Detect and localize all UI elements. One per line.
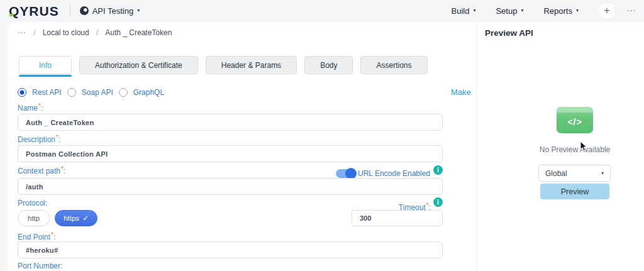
more-menu-button[interactable]: ⋯ <box>626 5 636 16</box>
info-icon[interactable]: i <box>433 197 443 207</box>
chevron-down-icon: ▾ <box>137 8 140 13</box>
radio-graphql[interactable] <box>119 88 128 97</box>
preview-button[interactable]: Preview <box>540 184 609 199</box>
endpoint-input[interactable] <box>18 241 443 258</box>
breadcrumb-separator: / <box>96 28 99 37</box>
api-testing-icon <box>80 6 89 15</box>
label-colon: : <box>64 167 65 175</box>
radio-rest-api-label: Rest API <box>32 88 62 97</box>
tab-info[interactable]: Info <box>19 56 72 74</box>
code-preview-icon: </> <box>557 107 593 133</box>
code-glyph: </> <box>567 117 582 127</box>
chevron-down-icon: ▾ <box>576 8 579 13</box>
label-colon: : <box>53 233 55 241</box>
preview-panel: Preview API </> No Preview Available Glo… <box>476 22 644 271</box>
context-path-label: Context path*: <box>18 165 65 175</box>
info-icon[interactable]: i <box>433 165 443 175</box>
nav-reports[interactable]: Reports ▾ <box>543 6 579 16</box>
scope-select[interactable]: Global ▾ <box>538 165 611 182</box>
add-button[interactable]: + <box>599 3 615 19</box>
content-card: ⋯ / Local to cloud / Auth _ CreateToken … <box>8 22 644 271</box>
tab-body[interactable]: Body <box>304 56 353 74</box>
description-label: Description*: <box>18 134 60 144</box>
plus-icon: + <box>604 5 609 16</box>
endpoint-label-text: End Point <box>18 233 50 241</box>
protocol-https-label: https <box>64 214 79 222</box>
radio-rest-api[interactable] <box>18 88 26 97</box>
topbar: QYRUS API Testing ▾ Build ▾ Setup ▾ Repo… <box>0 0 644 21</box>
api-form-area: ⋯ / Local to cloud / Auth _ CreateToken … <box>8 22 476 271</box>
chevron-down-icon: ▾ <box>601 171 604 176</box>
nav-build[interactable]: Build ▾ <box>452 6 476 16</box>
protocol-pill-group: http https ✓ <box>18 210 97 226</box>
topbar-nav: Build ▾ Setup ▾ Reports ▾ + ⋯ <box>452 3 636 19</box>
radio-soap-api[interactable] <box>67 88 76 97</box>
port-number-label: Port Number: <box>18 262 62 270</box>
topbar-divider <box>70 5 70 16</box>
chevron-down-icon: ▾ <box>521 8 523 13</box>
url-encode-toggle[interactable] <box>336 169 355 178</box>
timeout-input[interactable] <box>352 210 443 226</box>
protocol-label-text: Protocol <box>18 199 45 207</box>
toggle-knob <box>345 168 357 179</box>
port-number-label-text: Port Number <box>18 262 60 270</box>
api-type-radio-group: Rest API Soap API GraphQL <box>18 88 164 97</box>
breadcrumb-item-collection[interactable]: Local to cloud <box>43 28 89 37</box>
app-switcher[interactable]: API Testing ▾ <box>80 6 140 16</box>
qyrus-api-testing-page: { "topbar": { "logo": "QYRUS", "app_swit… <box>0 0 644 271</box>
make-link-truncated[interactable]: Make <box>451 87 477 97</box>
preview-panel-title: Preview API <box>485 28 533 38</box>
tab-assertions[interactable]: Assertions <box>360 56 427 74</box>
mouse-cursor-icon <box>580 141 589 152</box>
scope-select-value: Global <box>545 169 567 178</box>
nav-setup[interactable]: Setup ▾ <box>496 6 523 16</box>
endpoint-label: End Point*: <box>18 231 55 241</box>
name-input[interactable] <box>18 114 443 131</box>
tab-header-params[interactable]: Header & Params <box>206 56 297 74</box>
protocol-label: Protocol: <box>18 199 47 207</box>
no-preview-text: No Preview Available <box>513 145 636 154</box>
breadcrumb: ⋯ / Local to cloud / Auth _ CreateToken <box>18 28 172 37</box>
tab-authorization-certificate[interactable]: Authorization & Certificate <box>79 56 198 74</box>
name-label: Name*: <box>18 102 43 113</box>
url-encode-label: URL Encode Enabled <box>358 169 430 178</box>
radio-graphql-label: GraphQL <box>133 88 164 97</box>
label-colon: : <box>41 104 43 113</box>
label-colon: : <box>45 199 47 207</box>
description-label-text: Description <box>18 135 55 144</box>
radio-soap-api-label: Soap API <box>82 88 113 97</box>
label-colon: : <box>58 135 60 144</box>
description-input[interactable] <box>18 145 443 162</box>
label-colon: : <box>60 262 62 270</box>
protocol-https-pill[interactable]: https ✓ <box>55 210 97 226</box>
context-path-input[interactable] <box>18 178 443 195</box>
protocol-http-pill[interactable]: http <box>18 210 50 226</box>
breadcrumb-separator: / <box>33 28 36 37</box>
app-switcher-label: API Testing <box>92 6 134 16</box>
nav-build-label: Build <box>452 6 470 16</box>
context-path-label-text: Context path <box>18 167 60 175</box>
breadcrumb-item-api[interactable]: Auth _ CreateToken <box>105 28 172 37</box>
chevron-down-icon: ▾ <box>473 8 475 13</box>
breadcrumb-ellipsis[interactable]: ⋯ <box>18 28 26 37</box>
qyrus-logo[interactable]: QYRUS <box>9 4 59 18</box>
nav-setup-label: Setup <box>496 6 517 16</box>
more-icon: ⋯ <box>626 5 636 16</box>
nav-reports-label: Reports <box>543 6 572 16</box>
api-tabs: Info Authorization & Certificate Header … <box>19 56 428 74</box>
name-label-text: Name <box>18 104 38 113</box>
check-icon: ✓ <box>82 214 89 223</box>
